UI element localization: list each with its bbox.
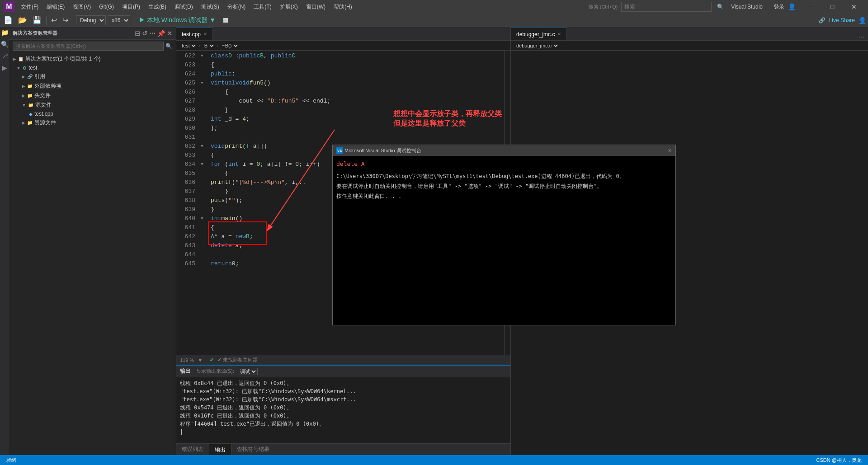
debug-console-close-icon[interactable]: ✕: [668, 148, 672, 154]
sidebar-search-input[interactable]: [13, 42, 164, 51]
close-sidebar-icon[interactable]: ✕: [167, 30, 172, 37]
menu-view[interactable]: 视图(V): [69, 1, 94, 13]
menu-build[interactable]: 生成(B): [145, 1, 170, 13]
run-activity-icon[interactable]: ▶: [0, 64, 9, 72]
menu-debug[interactable]: 调试(D): [171, 1, 197, 13]
right-tab-controls: ⋯: [859, 34, 868, 40]
menu-search-area: 搜索 (Ctrl+Q) 🔍 Visual Studio 登录 👤: [589, 2, 796, 12]
panel-tab-errors[interactable]: 错误列表: [176, 444, 209, 455]
pin-icon[interactable]: 📌: [157, 30, 165, 37]
live-share-button[interactable]: Live Share: [829, 17, 855, 23]
menu-project[interactable]: 项目(P): [118, 1, 144, 13]
fold-arrows: ▼ ▼ ▼ ▼: [199, 52, 205, 232]
headers-expand-icon: ▶: [22, 93, 25, 98]
global-search-input[interactable]: [621, 2, 712, 12]
live-share-icon[interactable]: 🔗: [819, 17, 826, 23]
output-line-4: 线程 0x5474 已退出，返回值为 0 (0x0)。: [180, 404, 507, 412]
menu-test[interactable]: 测试(S): [198, 1, 223, 13]
sources-item[interactable]: ▼ 📁 源文件: [9, 100, 176, 110]
zoom-label[interactable]: 119 %: [180, 357, 194, 363]
search-activity-icon[interactable]: 🔍: [0, 41, 9, 49]
solution-expand-icon: ▶: [13, 56, 16, 61]
annotation-line1: 想想中会显示放子类，再释放父类: [393, 109, 502, 119]
output-cursor: |: [180, 428, 507, 436]
panel-source-select[interactable]: 调试: [238, 368, 258, 375]
user-icon: 👤: [788, 3, 796, 10]
menu-tools[interactable]: 工具(T): [250, 1, 275, 13]
arch-select[interactable]: x86: [108, 15, 130, 25]
fold-634[interactable]: ▼: [201, 162, 203, 167]
open-file-icon[interactable]: 📂: [16, 15, 29, 25]
fold-622[interactable]: ▼: [201, 54, 203, 58]
stop-icon[interactable]: ⏹: [220, 15, 231, 25]
debug-config-select[interactable]: Debug: [76, 15, 106, 25]
debug-console-title: Microsoft Visual Studio 调试控制台: [344, 147, 421, 154]
breadcrumb-scope-select[interactable]: ~B(): [220, 42, 239, 49]
right-tab-menu-icon[interactable]: ⋯: [859, 34, 864, 40]
status-ready: 就绪: [4, 457, 19, 464]
panel-content: 线程 0x8c44 已退出，返回值为 0 (0x0)。 "test.exe"(W…: [176, 377, 510, 443]
git-icon[interactable]: ⎇: [0, 52, 9, 61]
tab-test-cpp-label: test.cpp: [182, 31, 201, 38]
new-file-icon[interactable]: 📄: [2, 15, 14, 25]
solution-item[interactable]: ▶ 📋 解决方案'test'(1 个项目/共 1 个): [9, 54, 176, 64]
app-logo: M: [4, 1, 14, 12]
panel-tabs: 错误列表 输出 查找符号结果: [176, 443, 510, 455]
output-panel: 输出 显示输出来源(S): 调试 线程 0x8c44 已退出，返回值为 0 (0…: [176, 365, 510, 455]
tab-test-cpp[interactable]: test.cpp ✕: [176, 28, 213, 40]
panel-tab-output[interactable]: 输出: [209, 444, 231, 456]
cpp-file-icon: ◆: [29, 112, 33, 117]
login-btn[interactable]: 登录: [774, 3, 784, 11]
explorer-icon[interactable]: 📁: [0, 29, 9, 37]
menu-extensions[interactable]: 扩展(X): [276, 1, 302, 13]
menu-edit[interactable]: 编辑(E): [43, 1, 68, 13]
sidebar-header: 解决方案资源管理器 ⊟ ↺ ⋯ 📌 ✕: [9, 27, 176, 40]
run-button[interactable]: ▶ 本地 Windows 调试器 ▼: [136, 15, 218, 25]
tab-debugger-jmc[interactable]: debugger_jmc.c ✕: [511, 28, 567, 40]
resources-item[interactable]: ▶ 📁 资源文件: [9, 118, 176, 127]
ref-icon: 🔗: [27, 74, 33, 79]
panel-tab-find[interactable]: 查找符号结果: [231, 444, 275, 455]
project-expand-icon: ▼: [16, 66, 21, 70]
redo-icon[interactable]: ↪: [61, 15, 70, 25]
account-icon[interactable]: 👤: [859, 17, 866, 24]
tab-close-icon[interactable]: ✕: [203, 32, 207, 37]
project-icon: ⚙: [23, 66, 27, 70]
tab-debugger-close[interactable]: ✕: [557, 32, 561, 37]
breadcrumb-class-select[interactable]: test: [180, 42, 197, 49]
solution-label: 解决方案'test'(1 个项目/共 1 个): [25, 55, 101, 63]
references-item[interactable]: ▶ 🔗 引用: [9, 72, 176, 81]
project-item[interactable]: ▼ ⚙ test: [9, 64, 176, 72]
panel-source-label: 显示输出来源(S):: [196, 368, 234, 375]
maximize-button[interactable]: □: [822, 0, 843, 14]
right-breadcrumb-select[interactable]: debugger_jmc.c: [514, 42, 559, 49]
fold-625[interactable]: ▼: [201, 81, 203, 85]
output-line-2: "test.exe"(Win32): 已加载"C:\Windows\SysWOW…: [180, 387, 507, 395]
save-icon[interactable]: 💾: [31, 15, 43, 25]
solution-icon: 📋: [18, 56, 24, 61]
undo-icon[interactable]: ↩: [49, 15, 59, 25]
breadcrumb-member-select[interactable]: B: [203, 42, 215, 49]
menu-window[interactable]: 窗口(W): [302, 1, 329, 13]
close-button[interactable]: ✕: [844, 0, 864, 14]
menu-file[interactable]: 文件(F): [17, 1, 42, 13]
external-deps-item[interactable]: ▶ 📁 外部依赖项: [9, 81, 176, 91]
test-cpp-item[interactable]: ◆ test.cpp: [9, 110, 176, 118]
tab-debugger-label: debugger_jmc.c: [516, 31, 555, 38]
zoom-dropdown-icon[interactable]: ▼: [198, 357, 203, 363]
fold-632[interactable]: ▼: [201, 144, 203, 149]
minimize-button[interactable]: ─: [800, 0, 821, 14]
search-submit-icon[interactable]: 🔍: [165, 43, 172, 49]
fold-640[interactable]: ▼: [201, 216, 203, 221]
show-all-icon[interactable]: ⋯: [149, 30, 156, 37]
menu-help[interactable]: 帮助(H): [330, 1, 356, 13]
menu-analyze[interactable]: 分析(N): [224, 1, 250, 13]
code-line-631: [211, 133, 504, 142]
status-right: CSDN @桐人，奥龙: [814, 457, 864, 464]
refresh-icon[interactable]: ↺: [142, 30, 147, 37]
menu-git[interactable]: Git(G): [95, 2, 118, 12]
menu-bar: M 文件(F) 编辑(E) 视图(V) Git(G) 项目(P) 生成(B) 调…: [0, 0, 868, 14]
collapse-all-icon[interactable]: ⊟: [135, 30, 140, 37]
headers-item[interactable]: ▶ 📁 头文件: [9, 91, 176, 100]
output-line-1: 线程 0x8c44 已退出，返回值为 0 (0x0)。: [180, 379, 507, 387]
